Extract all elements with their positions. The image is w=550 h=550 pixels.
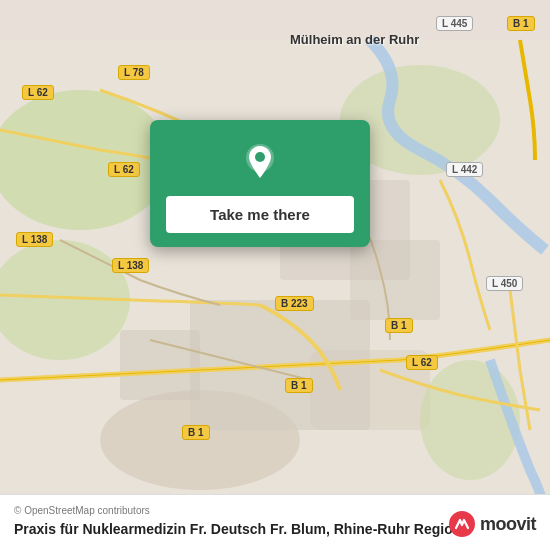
road-label-l78: L 78: [118, 65, 150, 80]
road-label-b1-3: B 1: [182, 425, 210, 440]
road-label-b1-1: B 1: [385, 318, 413, 333]
road-label-b1-top: B 1: [507, 16, 535, 31]
road-label-b223: B 223: [275, 296, 314, 311]
location-card: Take me there: [150, 120, 370, 247]
moovit-logo-text: moovit: [480, 514, 536, 535]
road-label-l442: L 442: [446, 162, 483, 177]
road-label-l445: L 445: [436, 16, 473, 31]
city-label: Mülheim an der Ruhr: [290, 32, 419, 47]
svg-rect-8: [120, 330, 200, 400]
svg-point-6: [420, 360, 520, 480]
moovit-logo: moovit: [448, 510, 536, 538]
road-label-l62-2: L 62: [108, 162, 140, 177]
road-label-l138-2: L 138: [112, 258, 149, 273]
road-label-b1-2: B 1: [285, 378, 313, 393]
road-label-l62-3: L 62: [406, 355, 438, 370]
location-pin-icon: [238, 140, 282, 184]
road-label-l62-1: L 62: [22, 85, 54, 100]
moovit-logo-icon: [448, 510, 476, 538]
map-container: Mülheim an der Ruhr L 62 L 78 L 62 L 138…: [0, 0, 550, 550]
road-label-l138-1: L 138: [16, 232, 53, 247]
svg-point-13: [255, 152, 265, 162]
take-me-there-button[interactable]: Take me there: [166, 196, 354, 233]
bottom-bar: © OpenStreetMap contributors Praxis für …: [0, 494, 550, 550]
road-label-l450: L 450: [486, 276, 523, 291]
